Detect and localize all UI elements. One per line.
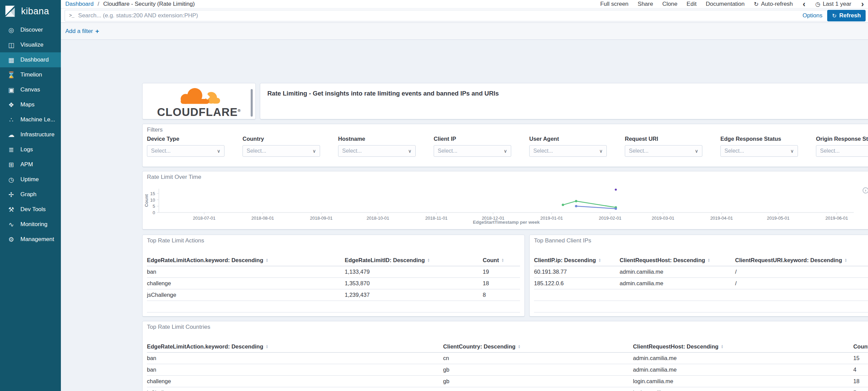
filter-select-device-type[interactable]: Select...∨ [147,145,224,157]
table-cell: admin.camilia.me [633,355,853,361]
filter-select-client-ip[interactable]: Select...∨ [434,145,511,157]
maps-icon: ❖ [6,101,16,109]
sidebar: kibana ◎Discover◫Visualize▦Dashboard⌛Tim… [0,0,61,391]
sidebar-item-maps[interactable]: ❖Maps [0,97,61,112]
select-placeholder: Select... [724,148,744,154]
column-header[interactable]: ClientRequestHost: Descending▲▼ [633,343,853,350]
auto-refresh-button[interactable]: ↻ Auto-refresh [754,1,793,8]
sidebar-item-management[interactable]: ⚙Management [0,232,61,247]
column-header[interactable]: ClientRequestHost: Descending▲▼ [620,257,735,264]
sidebar-item-uptime[interactable]: ◷Uptime [0,172,61,187]
sidebar-item-graph[interactable]: ✢Graph [0,187,61,202]
table-cell: login.camilia.me [633,390,853,391]
filter-select-request-uri[interactable]: Select...∨ [625,145,702,157]
sort-desc-icon: ▼ [707,260,710,262]
select-placeholder: Select... [820,148,840,154]
table-empty-row [534,289,868,301]
table-cell: 19 [483,269,520,275]
column-header-label: ClientRequestHost: Descending [620,257,705,264]
table-cell: jsChallenge [147,292,345,298]
filter-select-origin-response-status[interactable]: Select...∨ [816,145,868,157]
filter-bar: Add a filter + [61,23,868,40]
column-header[interactable]: EdgeRateLimitAction.keyword: Descending▲… [147,257,345,264]
filter-select-hostname[interactable]: Select...∨ [338,145,416,157]
sidebar-item-timelion[interactable]: ⌛Timelion [0,67,61,82]
table-cell: / [735,280,868,287]
add-filter-button[interactable]: Add a filter + [65,28,99,35]
table-cell: ban [147,269,345,275]
refresh-button[interactable]: ↻ Refresh [827,10,866,21]
table-cell: login.camilia.me [633,378,853,385]
sidebar-item-logs[interactable]: ≣Logs [0,142,61,157]
sidebar-item-dashboard[interactable]: ▦Dashboard [0,52,61,67]
svg-text:2018-07-01: 2018-07-01 [193,216,216,221]
sidebar-item-label: Discover [20,27,43,33]
svg-text:2019-06-01: 2019-06-01 [825,216,848,221]
filter-label: Device Type [147,136,243,142]
dashboard-description: Rate Limiting - Get insights into rate l… [267,90,499,97]
filter-select-country[interactable]: Select...∨ [243,145,320,157]
select-placeholder: Select... [438,148,457,154]
panel-title: Top Banned Client IPs [534,237,591,244]
sidebar-item-canvas[interactable]: ▣Canvas [0,82,61,97]
kibana-logo[interactable]: kibana [0,0,61,22]
dashboard-content: CLOUDFLARE® Rate Limiting - Get insights… [61,40,868,391]
panel-scrollbar[interactable] [251,89,253,117]
sidebar-item-apm[interactable]: ⊞APM [0,157,61,172]
table-row: jsChallenge1,239,4378 [147,289,520,301]
plus-icon: + [95,28,99,35]
sort-icon: ▲▼ [266,258,268,262]
table-cell: 1,353,870 [345,280,483,287]
menu-item-edit[interactable]: Edit [687,1,697,7]
top-banned-client-ips-panel: Top Banned Client IPs ClientIP.ip: Desce… [529,235,868,317]
chevron-down-icon: ∨ [504,148,507,154]
dashboard-icon: ▦ [6,56,16,64]
timelion-icon: ⌛ [6,71,16,79]
time-range-forward-icon[interactable]: › [861,1,865,7]
svg-text:5: 5 [153,204,155,209]
menu-item-clone[interactable]: Clone [662,1,677,7]
table-cell: challenge [147,280,345,287]
sidebar-item-infrastructure[interactable]: ☁Infrastructure [0,127,61,142]
menu-item-full-screen[interactable]: Full screen [600,1,629,7]
chevron-down-icon: ∨ [217,148,220,154]
time-range-back-icon[interactable]: ‹ [802,1,806,7]
sidebar-item-monitoring[interactable]: ∿Monitoring [0,217,61,232]
sidebar-item-machine-learning[interactable]: ∴Machine Le... [0,112,61,127]
column-header[interactable]: ClientRequestURI.keyword: Descending▲▼ [735,257,868,264]
sidebar-item-dev-tools[interactable]: ⚒Dev Tools [0,202,61,217]
select-placeholder: Select... [533,148,553,154]
table-cell: admin.camilia.me [620,269,735,275]
legend-toggle-icon[interactable]: › [863,187,868,193]
sidebar-item-discover[interactable]: ◎Discover [0,22,61,37]
time-range-picker[interactable]: ◷ Last 1 year [815,1,851,8]
breadcrumb-dashboard-link[interactable]: Dashboard [65,1,94,7]
svg-text:Count: Count [144,194,149,207]
menu-item-documentation[interactable]: Documentation [706,1,745,7]
kibana-logo-text: kibana [21,6,49,17]
column-header[interactable]: EdgeRateLimitAction.keyword: Descending▲… [147,343,443,350]
sidebar-item-visualize[interactable]: ◫Visualize [0,37,61,52]
column-header[interactable]: EdgeRateLimitID: Descending▲▼ [345,257,483,264]
column-header[interactable]: ClientCountry: Descending▲▼ [443,343,633,350]
query-options-link[interactable]: Options [802,12,822,19]
cloudflare-wordmark: CLOUDFLARE® [143,106,255,119]
table-cell: 5 [853,390,868,391]
sidebar-item-label: Uptime [20,176,39,183]
column-header[interactable]: Count▲▼ [483,257,520,264]
query-terminal-icon: >_ [69,13,74,18]
svg-text:2019-02-01: 2019-02-01 [599,216,622,221]
menu-item-share[interactable]: Share [638,1,653,7]
filter-select-user-agent[interactable]: Select...∨ [529,145,607,157]
table-cell: cn [443,355,633,361]
column-header[interactable]: ClientIP.ip: Descending▲▼ [534,257,620,264]
table-row: challengegblogin.camilia.me18 [147,376,868,387]
search-input[interactable] [78,12,803,19]
table-row: bancnadmin.camilia.me15 [147,353,868,364]
column-header[interactable]: Count▲▼ [853,343,868,350]
table-cell: 1,133,479 [345,269,483,275]
sort-desc-icon: ▼ [721,347,723,349]
column-header-label: Count [483,257,499,264]
filter-select-edge-response-status[interactable]: Select...∨ [720,145,798,157]
top-banned-client-ips-table: ClientIP.ip: Descending▲▼ClientRequestHo… [534,255,868,312]
